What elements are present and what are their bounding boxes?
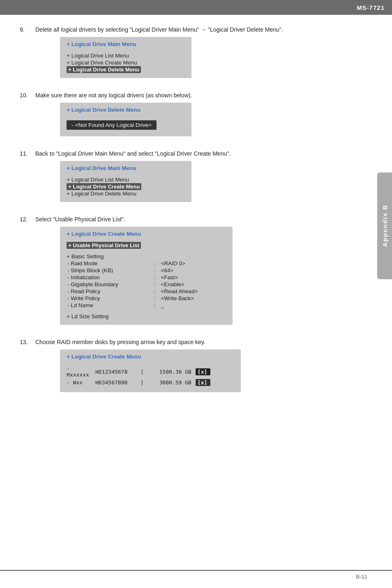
menu-item-ld-size: + Ld Size Setting: [67, 313, 226, 320]
page-title: MS-7721: [357, 4, 385, 11]
drive-model-1: HD34567890: [95, 379, 141, 386]
menu-item-step11-2: + Logical Drive Delete Menu: [67, 190, 185, 197]
drive-row-0: - Hxxxxxx HD12345678 | 1500.30 GB [x]: [67, 365, 234, 378]
setting-value-4: <Read Ahead>: [160, 288, 226, 295]
bottom-divider: [0, 570, 392, 571]
menu-item-step11-1-badge: + Logical Drive Create Menu: [67, 183, 141, 190]
top-bar: MS-7721: [0, 0, 392, 15]
setting-row-4: - Read Policy : <Read Ahead>: [67, 288, 226, 295]
step-11: 11. Back to "Logical Driver Main Menu" a…: [20, 150, 363, 209]
step-10-content: Make sure there are not any logical driv…: [35, 92, 363, 143]
menu-box-step12: + Logical Drive Create Menu + Usable Phy…: [60, 227, 233, 325]
setting-row-2: - Initialization : <Fast>: [67, 274, 226, 281]
side-tab: Appendix B: [377, 172, 392, 279]
setting-colon-6: :: [149, 302, 160, 309]
page-number: B-11: [356, 574, 367, 580]
setting-colon-1: :: [149, 267, 160, 274]
setting-value-6: _: [160, 302, 226, 309]
menu-header-step13: + Logical Drive Create Menu: [67, 354, 234, 360]
menu-item-step9-2-badge: + Logical Drive Delete Menu: [67, 66, 141, 73]
setting-colon-3: :: [149, 281, 160, 288]
menu-item-step9-2-highlighted: + Logical Drive Delete Menu: [67, 66, 185, 73]
usable-badge: + Usable Physical Drive List: [67, 242, 141, 249]
drive-prefix-1: - Wxx: [67, 379, 95, 386]
step-9-content: Delete all logical drivers by selecting …: [35, 26, 363, 85]
menu-header-step9: + Logical Drive Main Menu: [67, 41, 185, 47]
step-12: 12. Select "Usable Physical Drive List".…: [20, 216, 363, 331]
step-13: 13. Choose RAID member disks by pressing…: [20, 339, 363, 399]
setting-colon-4: :: [149, 288, 160, 295]
step-10: 10. Make sure there are not any logical …: [20, 92, 363, 143]
setting-label-1: - Stripe Block (KB): [67, 267, 149, 274]
setting-label-3: - Gigabyte Boundary: [67, 281, 149, 288]
step-13-content: Choose RAID member disks by pressing arr…: [35, 339, 363, 399]
drive-row-1: - Wxx HD34567890 | 3000.59 GB [x]: [67, 379, 234, 386]
menu-item-step11-0: + Logical Drive List Menu: [67, 176, 185, 183]
drive-prefix-0: - Hxxxxxx: [67, 365, 95, 378]
step-9-text: Delete all logical drivers by selecting …: [35, 26, 283, 33]
drive-model-0: HD12345678: [95, 369, 141, 375]
setting-row-1: - Stripe Block (KB) : <64>: [67, 267, 226, 274]
setting-colon-2: :: [149, 274, 160, 281]
drive-size-1: 3000.59 GB: [146, 379, 191, 386]
drive-sep-1: |: [141, 379, 144, 386]
menu-item-step9-0: + Logical Drive List Menu: [67, 52, 185, 59]
step-11-number: 11.: [20, 150, 35, 157]
step-10-text: Make sure there are not any logical driv…: [35, 92, 192, 99]
menu-box-step13: + Logical Drive Create Menu - Hxxxxxx HD…: [60, 349, 241, 392]
step-12-number: 12.: [20, 216, 35, 223]
menu-item-usable-highlighted: + Usable Physical Drive List: [67, 242, 226, 249]
setting-label-0: - Raid Mode: [67, 260, 149, 267]
setting-label-5: - Write Policy: [67, 295, 149, 302]
setting-value-5: <Write Back>: [160, 295, 226, 302]
setting-label-2: - Initialization: [67, 274, 149, 281]
step-11-text: Back to "Logical Driver Main Menu" and s…: [35, 150, 231, 157]
step-9: 9. Delete all logical drivers by selecti…: [20, 26, 363, 85]
setting-colon-0: :: [149, 260, 160, 267]
setting-row-6: - Ld Name : _: [67, 302, 226, 309]
menu-item-basic-setting: + Basic Setting: [67, 253, 226, 260]
setting-value-2: <Fast>: [160, 274, 226, 281]
setting-row-5: - Write Policy : <Write Back>: [67, 295, 226, 302]
step-12-content: Select "Usable Physical Drive List". + L…: [35, 216, 363, 331]
menu-item-step11-1-highlighted: + Logical Drive Create Menu: [67, 183, 185, 190]
menu-box-step11: + Logical Drive Main Menu + Logical Driv…: [60, 161, 191, 202]
settings-table: - Raid Mode : <RAID 0> - Stripe Block (K…: [67, 260, 226, 309]
setting-value-0: <RAID 0>: [160, 260, 226, 267]
step-12-text: Select "Usable Physical Drive List".: [35, 216, 125, 223]
step-9-number: 9.: [20, 26, 35, 33]
setting-label-4: - Read Policy: [67, 288, 149, 295]
drive-size-0: 1500.30 GB: [146, 369, 191, 375]
setting-value-1: <64>: [160, 267, 226, 274]
step-13-number: 13.: [20, 339, 35, 345]
side-tab-label: Appendix B: [381, 204, 388, 247]
menu-box-step9: + Logical Drive Main Menu + Logical Driv…: [60, 37, 191, 78]
menu-box-step10: + Logical Drive Delete Menu - <Not Found…: [60, 103, 191, 136]
step-11-content: Back to "Logical Driver Main Menu" and s…: [35, 150, 363, 209]
drive-sep-0: |: [141, 369, 144, 375]
menu-header-step12: + Logical Drive Create Menu: [67, 231, 226, 237]
menu-header-step10: + Logical Drive Delete Menu: [67, 107, 185, 113]
menu-header-step11: + Logical Drive Main Menu: [67, 165, 185, 171]
setting-label-6: - Ld Name: [67, 302, 149, 309]
page-footer: B-11: [356, 574, 367, 580]
menu-item-step9-1: + Logical Drive Create Menu: [67, 59, 185, 66]
setting-row-3: - Gigabyte Boundary : <Enable>: [67, 281, 226, 288]
step-10-number: 10.: [20, 92, 35, 99]
setting-colon-5: :: [149, 295, 160, 302]
drive-badge-1: [x]: [196, 379, 210, 386]
main-content: 9. Delete all logical drivers by selecti…: [0, 15, 392, 423]
drive-badge-0: [x]: [196, 368, 210, 375]
menu-item-not-found: - <Not Found Any Logical Drive>: [67, 120, 157, 130]
setting-value-3: <Enable>: [160, 281, 226, 288]
setting-row-0: - Raid Mode : <RAID 0>: [67, 260, 226, 267]
step-13-text: Choose RAID member disks by pressing arr…: [35, 339, 205, 345]
